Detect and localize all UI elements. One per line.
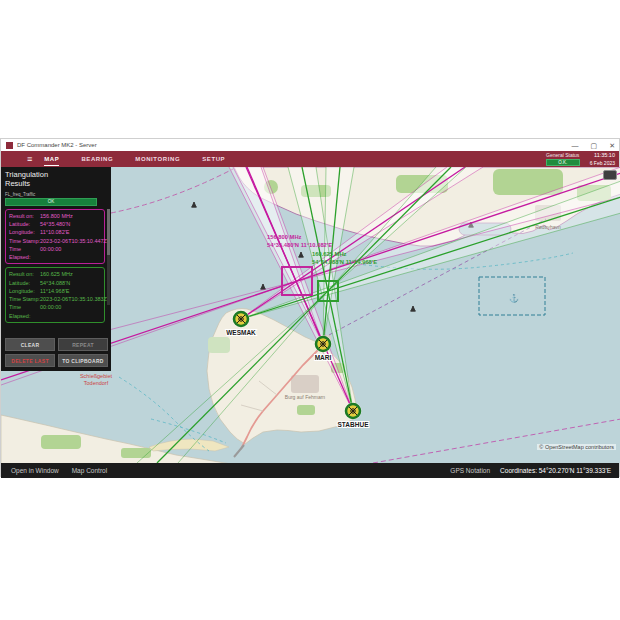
hamburger-menu-icon[interactable]: ≡ (27, 155, 32, 164)
anchor-icon: ⚓ (509, 293, 519, 303)
field-label: Result on: (9, 212, 40, 220)
cursor-coordinates: Coordinates: 54°20.270'N 11°39.333'E (500, 467, 611, 474)
firing-area-label-line2: Todendorf (84, 380, 109, 386)
repeat-button[interactable]: REPEAT (58, 338, 108, 351)
result-frequency: 160.625 MHz (40, 270, 73, 278)
tab-monitoring[interactable]: MONITORING (135, 152, 180, 166)
statusbar: Open in Window Map Control GPS Notation … (1, 463, 619, 478)
result-timestamp: 2023-02-06T10:35:10.383Z (40, 295, 107, 303)
to-clipboard-button[interactable]: TO CLIPBOARD (58, 354, 108, 367)
station-label: WESMAK (226, 329, 256, 336)
field-label: Latitude: (9, 279, 40, 287)
menubar: ≡ MAP BEARING MONITORING SETUP General S… (1, 151, 619, 167)
result-elapsed: 00:00:00 (40, 245, 61, 262)
field-label: Time Stamp: (9, 295, 40, 303)
field-label: Result on: (9, 270, 40, 278)
app-window: DF Commander MK2 - Server — ▢ ✕ ≡ MAP BE… (0, 138, 620, 477)
maximize-icon[interactable]: ▢ (591, 142, 598, 149)
tab-map[interactable]: MAP (44, 152, 59, 166)
field-label: Latitude: (9, 220, 40, 228)
station-label: MARI (315, 354, 332, 361)
general-status-badge[interactable]: O.K. (546, 159, 580, 166)
svg-text:156.800 MHz: 156.800 MHz (267, 234, 302, 240)
map-canvas[interactable]: ⚓ (1, 167, 620, 463)
town-label-rodby: Rødbyhavn (535, 224, 561, 230)
station-label: STABHUE (338, 421, 370, 428)
land-mainland (1, 415, 244, 463)
general-status-label: General Status (546, 152, 579, 158)
titlebar: DF Commander MK2 - Server — ▢ ✕ (1, 139, 619, 151)
field-label: Time Elapsed: (9, 303, 40, 320)
osm-attribution[interactable]: © OpenStreetMap contributors (537, 444, 616, 450)
result-entry-magenta[interactable]: Result on:156.800 MHz Latitude:54°35.480… (5, 209, 105, 265)
firing-area-label-line1: Schießgebiet (80, 373, 113, 379)
svg-text:54°35.480'N 11°10.082'E: 54°35.480'N 11°10.082'E (267, 242, 332, 248)
open-in-window-button[interactable]: Open in Window (11, 467, 59, 474)
result-timestamp: 2023-02-06T10:35:10.447Z (40, 237, 107, 245)
clock-time: 11:35:10 (594, 152, 615, 158)
map-control-button[interactable]: Map Control (72, 467, 107, 474)
tab-setup[interactable]: SETUP (202, 152, 225, 166)
result-latitude: 54°34.088'N (40, 279, 70, 287)
result-longitude: 11°10.082'E (40, 228, 69, 236)
panel-status-badge: OK (5, 198, 97, 206)
result-longitude: 11°14.968'E (40, 287, 69, 295)
town-label-burg: Burg auf Fehmarn (285, 394, 326, 400)
delete-last-button[interactable]: DELETE LAST (5, 354, 55, 367)
minimize-icon[interactable]: — (572, 142, 579, 149)
svg-text:160.625 MHz: 160.625 MHz (312, 251, 347, 257)
close-icon[interactable]: ✕ (609, 142, 615, 149)
clock-date: 6 Feb 2023 (590, 160, 615, 166)
field-label: Longitude: (9, 228, 40, 236)
result-latitude: 54°35.480'N (40, 220, 70, 228)
panel-scrollbar[interactable] (107, 209, 110, 305)
gps-notation-button[interactable]: GPS Notation (450, 467, 490, 474)
panel-channel-label: FL_freq_Traffic (5, 192, 108, 197)
result-entry-green[interactable]: Result on:160.625 MHz Latitude:54°34.088… (5, 267, 105, 323)
tab-bearing[interactable]: BEARING (81, 152, 113, 166)
result-frequency: 156.800 MHz (40, 212, 73, 220)
panel-title: Triangulation Results (5, 170, 75, 189)
station-marker-mari[interactable]: MARI (315, 336, 332, 362)
desktop: DF Commander MK2 - Server — ▢ ✕ ≡ MAP BE… (0, 0, 620, 620)
map-overlay-button[interactable] (603, 170, 617, 180)
window-title: DF Commander MK2 - Server (17, 142, 97, 148)
result-elapsed: 00:00:00 (40, 303, 61, 320)
svg-text:54°34.088'N 11°14.968'E: 54°34.088'N 11°14.968'E (312, 259, 377, 265)
field-label: Time Stamp: (9, 237, 40, 245)
field-label: Longitude: (9, 287, 40, 295)
field-label: Time Elapsed: (9, 245, 40, 262)
triangulation-panel: Triangulation Results FL_freq_Traffic OK… (1, 167, 111, 371)
clear-button[interactable]: CLEAR (5, 338, 55, 351)
app-icon (6, 142, 13, 149)
